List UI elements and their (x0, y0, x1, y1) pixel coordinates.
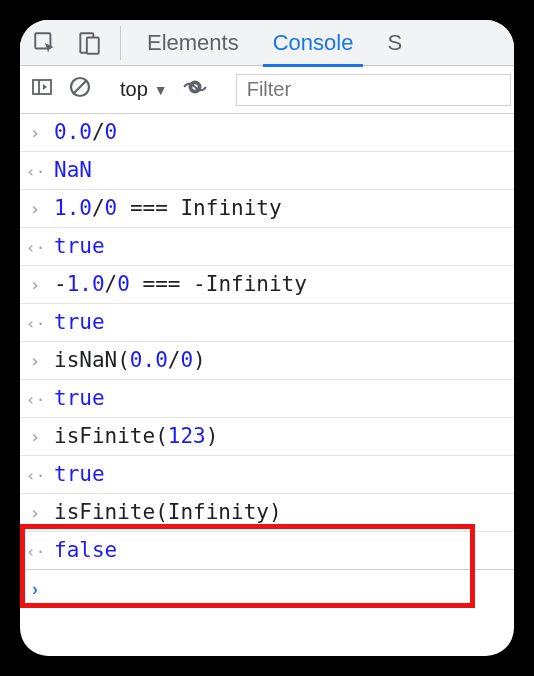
console-output-row: ‹·false (20, 532, 514, 570)
token-plain: isFinite( (54, 424, 168, 448)
token-num: 1.0 (67, 272, 105, 296)
console-output-row: ‹·true (20, 304, 514, 342)
code-content: NaN (54, 160, 92, 181)
inspect-icon[interactable] (32, 30, 58, 56)
token-num: 0.0 (54, 120, 92, 144)
code-content: true (54, 312, 105, 333)
code-content: false (54, 540, 117, 561)
clear-console-icon[interactable] (68, 75, 92, 104)
console-output-row: ‹·true (20, 228, 514, 266)
console-input-row: ›0.0/0 (20, 114, 514, 152)
chevron-out-icon: ‹· (26, 240, 44, 256)
token-bool: false (54, 538, 117, 562)
chevron-in-icon: › (26, 200, 44, 218)
console-input-row: ›isNaN(0.0/0) (20, 342, 514, 380)
token-bool: true (54, 462, 105, 486)
device-icon[interactable] (76, 30, 102, 56)
devtools-panel: Elements Console S top ▼ (20, 20, 514, 656)
chevron-in-icon: › (26, 276, 44, 294)
console-output-row: ‹·true (20, 456, 514, 494)
token-plain: / (105, 272, 118, 296)
code-content: -1.0/0 === -Infinity (54, 274, 307, 295)
code-content: 0.0/0 (54, 122, 117, 143)
chevron-down-icon: ▼ (154, 82, 168, 98)
filter-input[interactable] (236, 74, 511, 106)
token-plain: isFinite(Infinity) (54, 500, 282, 524)
token-num: 0 (105, 196, 118, 220)
chevron-out-icon: ‹· (26, 392, 44, 408)
chevron-out-icon: ‹· (26, 164, 44, 180)
code-content: isNaN(0.0/0) (54, 350, 206, 371)
console-input-row: ›1.0/0 === Infinity (20, 190, 514, 228)
live-expression-icon[interactable] (182, 74, 208, 105)
token-nan: NaN (54, 158, 92, 182)
token-plain: === Infinity (117, 196, 281, 220)
token-plain: / (92, 196, 105, 220)
sidebar-toggle-icon[interactable] (30, 75, 54, 104)
token-bool: true (54, 386, 105, 410)
chevron-in-icon: › (26, 124, 44, 142)
token-plain: - (54, 272, 67, 296)
chevron-in-icon: › (26, 504, 44, 522)
token-plain: ) (193, 348, 206, 372)
svg-line-6 (74, 81, 86, 93)
token-plain: / (168, 348, 181, 372)
code-content: true (54, 236, 105, 257)
console-input-row: ›-1.0/0 === -Infinity (20, 266, 514, 304)
tab-console[interactable]: Console (265, 20, 362, 66)
console-input[interactable] (54, 578, 504, 601)
code-content: true (54, 464, 105, 485)
context-selector[interactable]: top ▼ (120, 78, 168, 101)
console-output: ›0.0/0‹·NaN›1.0/0 === Infinity‹·true›-1.… (20, 114, 514, 570)
token-plain: ) (206, 424, 219, 448)
token-bool: true (54, 310, 105, 334)
code-content: isFinite(123) (54, 426, 218, 447)
tab-elements[interactable]: Elements (139, 20, 247, 66)
code-content: isFinite(Infinity) (54, 502, 282, 523)
code-content: true (54, 388, 105, 409)
token-num: 0 (180, 348, 193, 372)
context-label: top (120, 78, 148, 101)
code-content: 1.0/0 === Infinity (54, 198, 282, 219)
divider (120, 26, 121, 60)
console-output-row: ‹·true (20, 380, 514, 418)
chevron-out-icon: ‹· (26, 544, 44, 560)
console-prompt-row: › (20, 570, 514, 609)
chevron-out-icon: ‹· (26, 316, 44, 332)
svg-rect-2 (87, 37, 99, 53)
tab-sources-partial[interactable]: S (379, 20, 410, 66)
token-num: 1.0 (54, 196, 92, 220)
token-num: 123 (168, 424, 206, 448)
chevron-out-icon: ‹· (26, 468, 44, 484)
chevron-in-icon: › (26, 352, 44, 370)
token-plain: / (92, 120, 105, 144)
chevron-in-icon: › (26, 428, 44, 446)
console-output-row: ‹·NaN (20, 152, 514, 190)
tabstrip: Elements Console S (20, 20, 514, 66)
console-toolbar: top ▼ (20, 66, 514, 114)
token-num: 0 (117, 272, 130, 296)
prompt-chevron-icon: › (26, 580, 44, 600)
token-num: 0 (105, 120, 118, 144)
token-plain: isNaN( (54, 348, 130, 372)
token-num: 0.0 (130, 348, 168, 372)
console-input-row: ›isFinite(Infinity) (20, 494, 514, 532)
token-plain: === -Infinity (130, 272, 307, 296)
console-input-row: ›isFinite(123) (20, 418, 514, 456)
svg-rect-3 (33, 80, 51, 94)
token-bool: true (54, 234, 105, 258)
